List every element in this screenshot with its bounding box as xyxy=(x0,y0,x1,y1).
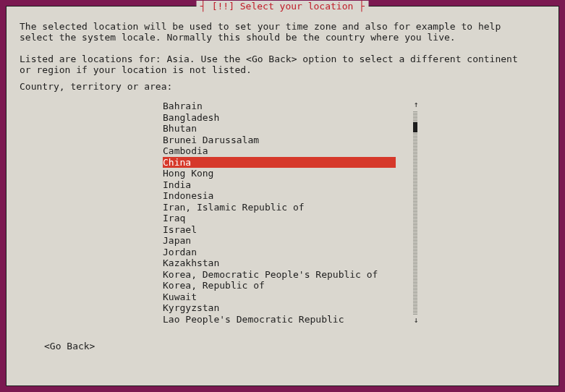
list-item[interactable]: Indonesia xyxy=(163,190,415,202)
list-item[interactable]: India xyxy=(163,179,415,191)
title-text: [!!] Select your location xyxy=(212,1,354,12)
scroll-thumb[interactable] xyxy=(413,122,417,132)
list-item[interactable]: Korea, Democratic People's Republic of xyxy=(163,269,415,281)
list-item[interactable]: Israel xyxy=(163,224,415,236)
dialog-content: The selected location will be used to se… xyxy=(7,7,558,362)
list-item[interactable]: Kazakhstan xyxy=(163,257,415,269)
list-item[interactable]: Hong Kong xyxy=(163,168,415,179)
list-item[interactable]: Jordan xyxy=(163,247,415,258)
title-right-frame: ├ xyxy=(353,1,365,12)
scroll-down-icon[interactable]: ↓ xyxy=(413,316,419,325)
list-item[interactable]: Japan xyxy=(163,235,415,247)
scroll-up-icon[interactable]: ↑ xyxy=(413,101,419,109)
list-item[interactable]: Bangladesh xyxy=(163,112,415,124)
list-item[interactable]: Bhutan xyxy=(163,123,415,135)
dialog-title: ┤ [!!] Select your location ├ xyxy=(196,1,369,12)
list-item[interactable]: Cambodia xyxy=(163,145,415,157)
list-item[interactable]: Brunei Darussalam xyxy=(163,135,415,146)
scroll-track[interactable] xyxy=(413,111,417,315)
list-item[interactable]: Korea, Republic of xyxy=(163,280,415,291)
location-list: BahrainBangladeshBhutanBrunei Darussalam… xyxy=(163,101,415,325)
description-text-2: Listed are locations for: Asia. Use the … xyxy=(20,54,545,75)
list-item[interactable]: Bahrain xyxy=(163,101,415,112)
list-item[interactable]: Kyrgyzstan xyxy=(163,302,415,314)
list-item[interactable]: Iraq xyxy=(163,213,415,224)
list-item[interactable]: China xyxy=(163,157,396,169)
list-item[interactable]: Lao People's Democratic Republic xyxy=(163,314,415,325)
scrollbar[interactable]: ↑ ↓ xyxy=(409,101,415,325)
list-item[interactable]: Iran, Islamic Republic of xyxy=(163,202,415,213)
list-item[interactable]: Kuwait xyxy=(163,291,415,303)
description-text-1: The selected location will be used to se… xyxy=(20,21,545,43)
location-dialog: ┤ [!!] Select your location ├ The select… xyxy=(6,6,559,386)
title-left-frame: ┤ xyxy=(200,1,212,12)
go-back-button[interactable]: <Go Back> xyxy=(44,341,95,351)
list-prompt: Country, territory or area: xyxy=(20,81,545,92)
